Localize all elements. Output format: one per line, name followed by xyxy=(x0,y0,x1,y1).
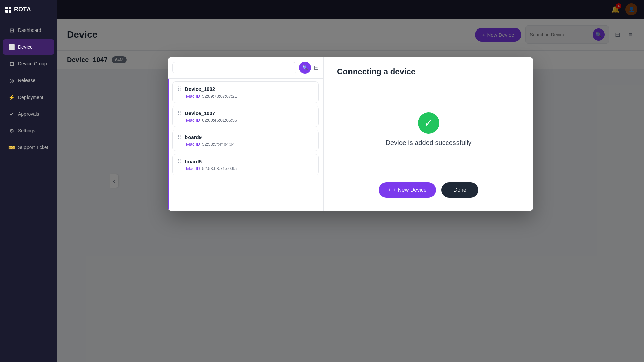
deployment-icon: ⚡ xyxy=(9,94,15,100)
device-name: board5 xyxy=(185,159,202,164)
sidebar-item-support[interactable]: 🎫 Support Ticket xyxy=(3,140,54,155)
modal-done-button[interactable]: Done xyxy=(441,182,478,198)
plus-icon: + xyxy=(388,187,391,193)
sidebar-item-approvals[interactable]: ✔ Approvals xyxy=(3,106,54,122)
device-card-header: ⠿ board9 xyxy=(177,134,314,140)
support-icon: 🎫 xyxy=(9,144,15,150)
checkmark-icon: ✓ xyxy=(424,117,433,129)
logo-icon xyxy=(5,7,11,13)
modal-title: Connecting a device xyxy=(337,67,415,76)
mac-value: 52:53:b8:71:c0:9a xyxy=(202,166,237,171)
device-card[interactable]: ⠿ board5 Mac ID 52:53:b8:71:c0:9a xyxy=(172,154,319,175)
device-name: Device_1002 xyxy=(185,86,215,92)
device-card[interactable]: ⠿ Device_1002 Mac ID 52:89:78:67:67:21 xyxy=(172,81,319,103)
device-card-header: ⠿ board5 xyxy=(177,158,314,165)
success-message: Device is added successfully xyxy=(386,139,472,147)
approvals-icon: ✔ xyxy=(9,111,15,117)
modal-actions: + + New Device Done xyxy=(379,182,478,198)
modal-new-device-button[interactable]: + + New Device xyxy=(379,182,436,198)
device-icon: ⬜ xyxy=(9,44,15,50)
drag-handle-icon: ⠿ xyxy=(177,110,181,116)
mac-label: Mac ID xyxy=(186,166,200,171)
device-name: Device_1007 xyxy=(185,110,215,116)
sidebar-item-label: Settings xyxy=(18,128,35,133)
device-mac-row: Mac ID 52:53:b8:71:c0:9a xyxy=(177,166,314,171)
mac-label: Mac ID xyxy=(186,94,200,99)
sidebar-item-deployment[interactable]: ⚡ Deployment xyxy=(3,89,54,105)
sidebar-item-label: Release xyxy=(18,78,35,83)
success-icon: ✓ xyxy=(418,112,439,134)
success-area: ✓ Device is added successfully xyxy=(386,76,472,182)
modal: 52:53:88:84:dd:43 🔍 ⊟ ⠿ Device_1002 xyxy=(168,57,533,211)
device-mac-row: Mac ID 02:00:e6:01:05:56 xyxy=(177,118,314,123)
sidebar-item-label: Support Ticket xyxy=(18,145,48,150)
mac-label: Mac ID xyxy=(186,142,200,147)
sidebar-item-label: Device xyxy=(18,44,33,50)
main-area: 🔔 4 👤 ‹ Device + New Device 🔍 ⊟ xyxy=(57,0,644,362)
device-group-icon: ⊞ xyxy=(9,61,15,67)
modal-search-bar: 52:53:88:84:dd:43 🔍 ⊟ xyxy=(168,57,323,79)
sidebar-item-label: Device Group xyxy=(18,61,47,66)
sidebar-nav: ⊞ Dashboard ⬜ Device ⊞ Device Group ◎ Re… xyxy=(0,19,57,362)
app-logo: ROTA xyxy=(0,0,57,19)
device-list: ⠿ Device_1002 Mac ID 52:89:78:67:67:21 ⠿… xyxy=(168,79,323,211)
search-icon: 🔍 xyxy=(302,65,308,70)
device-mac-row: Mac ID 52:53:5f:4f:b4:04 xyxy=(177,142,314,147)
sidebar-item-release[interactable]: ◎ Release xyxy=(3,73,54,88)
modal-filter-button[interactable]: ⊟ xyxy=(314,64,319,71)
sidebar: ROTA ⊞ Dashboard ⬜ Device ⊞ Device Group… xyxy=(0,0,57,362)
done-label: Done xyxy=(453,187,466,193)
device-name: board9 xyxy=(185,134,202,140)
filter-icon: ⊟ xyxy=(314,64,319,71)
drag-handle-icon: ⠿ xyxy=(177,158,181,165)
device-card-header: ⠿ Device_1007 xyxy=(177,110,314,116)
modal-overlay: 52:53:88:84:dd:43 🔍 ⊟ ⠿ Device_1002 xyxy=(57,0,644,362)
drag-handle-icon: ⠿ xyxy=(177,134,181,140)
sidebar-item-device-group[interactable]: ⊞ Device Group xyxy=(3,56,54,71)
modal-search-input[interactable]: 52:53:88:84:dd:43 xyxy=(172,62,296,73)
modal-new-device-label: + New Device xyxy=(393,187,426,193)
sidebar-item-device[interactable]: ⬜ Device xyxy=(3,39,54,55)
app-name: ROTA xyxy=(14,6,31,13)
dashboard-icon: ⊞ xyxy=(9,27,15,33)
modal-search-button[interactable]: 🔍 xyxy=(299,62,311,74)
device-card[interactable]: ⠿ board9 Mac ID 52:53:5f:4f:b4:04 xyxy=(172,130,319,151)
device-card[interactable]: ⠿ Device_1007 Mac ID 02:00:e6:01:05:56 xyxy=(172,106,319,127)
drag-handle-icon: ⠿ xyxy=(177,86,181,92)
mac-value: 02:00:e6:01:05:56 xyxy=(202,118,237,123)
device-mac-row: Mac ID 52:89:78:67:67:21 xyxy=(177,94,314,99)
mac-value: 52:53:5f:4f:b4:04 xyxy=(202,142,235,147)
modal-left-panel: 52:53:88:84:dd:43 🔍 ⊟ ⠿ Device_1002 xyxy=(168,57,324,211)
settings-icon: ⚙ xyxy=(9,128,15,134)
modal-right-panel: Connecting a device ✓ Device is added su… xyxy=(324,57,533,211)
release-icon: ◎ xyxy=(9,77,15,83)
sidebar-item-dashboard[interactable]: ⊞ Dashboard xyxy=(3,22,54,38)
sidebar-item-label: Deployment xyxy=(18,95,43,100)
sidebar-item-settings[interactable]: ⚙ Settings xyxy=(3,123,54,138)
device-card-header: ⠿ Device_1002 xyxy=(177,86,314,92)
sidebar-item-label: Dashboard xyxy=(18,27,41,33)
mac-value: 52:89:78:67:67:21 xyxy=(202,94,237,99)
mac-label: Mac ID xyxy=(186,118,200,123)
sidebar-item-label: Approvals xyxy=(18,111,39,117)
